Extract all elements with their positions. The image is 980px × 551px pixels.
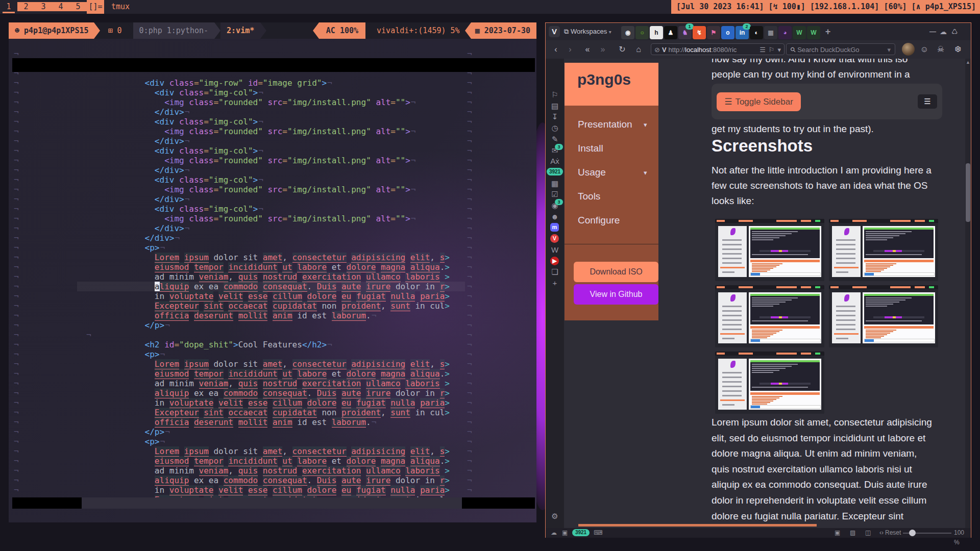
- screenshot-thumbnail-2[interactable]: [829, 219, 938, 281]
- profile-avatar[interactable]: [902, 43, 915, 56]
- images-toggle-icon[interactable]: ▨: [850, 528, 855, 538]
- search-engine-chevron-icon[interactable]: ▾: [887, 44, 891, 56]
- back-button[interactable]: ‹: [550, 40, 562, 59]
- reader-view-icon[interactable]: ☰: [760, 44, 766, 55]
- settings-gear-icon[interactable]: ⚙: [546, 512, 564, 521]
- capture-icon[interactable]: ▣: [835, 528, 840, 538]
- workspace-tab-3[interactable]: 3: [35, 0, 52, 14]
- new-tab-button[interactable]: +: [821, 25, 835, 38]
- workspace-tabs[interactable]: 2345: [17, 2, 87, 11]
- wikipedia-icon[interactable]: W: [546, 245, 564, 254]
- shield-blocked-icon[interactable]: ⊘: [654, 46, 660, 54]
- mail-check-icon[interactable]: ▣: [562, 528, 568, 538]
- bookmarks-icon[interactable]: ⚐: [546, 90, 564, 99]
- vim-code-line: officia deserunt mollit anim id est labo…: [86, 311, 376, 320]
- calendar-icon[interactable]: ▦: [546, 179, 564, 188]
- tmux-window-list[interactable]: 0:php 1:python-: [133, 22, 214, 39]
- redaction-bar-left: [12, 497, 82, 509]
- mail-count-badge[interactable]: 3921: [547, 168, 563, 176]
- mastodon-icon[interactable]: m: [550, 223, 559, 232]
- pinned-tab-strip[interactable]: ◉○h♟♞1↯⚑oin2◐▦◕WW+: [621, 25, 836, 38]
- search-field[interactable]: ⚲ Search DuckDuckGo ▾: [786, 43, 895, 55]
- toggle-sidebar-button[interactable]: ☰Toggle Sidebar: [717, 92, 801, 111]
- view-in-github-button[interactable]: View in Github: [574, 284, 658, 305]
- workspaces-button[interactable]: ⧉ Workspaces ▾: [564, 26, 611, 38]
- pinned-tab-chess-site-icon[interactable]: ♟: [664, 26, 677, 39]
- history-icon[interactable]: ◷: [546, 123, 564, 133]
- pinned-tab-hexagon-app-icon[interactable]: ○: [635, 26, 649, 39]
- pinned-tab-purple-circle-app-icon[interactable]: ◕: [778, 26, 792, 39]
- workspace-tab-1[interactable]: 1: [0, 0, 17, 14]
- tmux-host-segment: ☻ p4p1@p4p1XPS15: [9, 22, 94, 39]
- youtube-icon[interactable]: ▶: [550, 257, 559, 265]
- download-iso-button[interactable]: Download ISO: [574, 262, 658, 282]
- contacts-icon[interactable]: ☻: [546, 212, 564, 221]
- file-icon[interactable]: ❏: [546, 267, 564, 277]
- terminal-window[interactable]: ☻ p4p1@p4p1XPS15⊞ 00:php 1:python-2:vim*…: [9, 22, 536, 522]
- pinned-tab-pink-app-icon[interactable]: ⚑: [707, 26, 720, 39]
- pinned-tab-outlook-icon[interactable]: o: [721, 26, 734, 39]
- toggle-sidebar-panel: ☰Toggle Sidebar ☰: [712, 84, 942, 119]
- workspace-tab-4[interactable]: 4: [52, 0, 69, 14]
- sync-cloud-icon[interactable]: ☁: [551, 528, 557, 538]
- pinned-tab-bolt-app-icon[interactable]: ↯: [693, 26, 706, 39]
- screenshot-thumbnail-5[interactable]: [715, 352, 824, 414]
- pinned-tab-whatsapp-1-icon[interactable]: W: [793, 26, 806, 39]
- vim-code-line: Excepteur sint occaecat cupidatat non pr…: [86, 408, 450, 417]
- home-button[interactable]: ⌂: [632, 40, 645, 59]
- scrollbar-thumb[interactable]: [966, 163, 970, 222]
- sidebar-item-presentation[interactable]: Presentation: [578, 119, 632, 130]
- reload-button[interactable]: ↻: [616, 40, 628, 59]
- menu-button[interactable]: ☰: [918, 94, 937, 109]
- pinned-tab-purple-app-icon[interactable]: ♞1: [678, 26, 692, 39]
- address-bar[interactable]: ⊘Vhttp://localhost:8080/ric ▾ ⚐ ☰: [651, 43, 785, 55]
- pinned-tab-h-site-icon[interactable]: h: [650, 26, 663, 39]
- sidebar-item-install[interactable]: Install: [578, 143, 603, 154]
- tmux-current-window[interactable]: 2:vim*: [220, 22, 260, 39]
- sync-icon[interactable]: ☁: [940, 25, 947, 38]
- extensions-puzzle-icon[interactable]: ❆: [952, 40, 964, 59]
- vivaldi-side-panel[interactable]: ⚐▤↧◷✎✉3Aẋ3921▦☑◉3☻mVW▶❏+⚙: [546, 59, 564, 528]
- pinned-tab-github-icon[interactable]: ◉: [621, 26, 634, 39]
- pinned-tab-medium-icon[interactable]: ◐: [750, 26, 763, 39]
- notes-icon[interactable]: ✎: [546, 135, 564, 144]
- scrollbar-up-arrow[interactable]: ▲: [966, 60, 970, 65]
- downloads-icon[interactable]: ↧: [546, 112, 564, 121]
- feeds-icon[interactable]: ◉3: [546, 201, 564, 210]
- screenshot-thumbnail-3[interactable]: [715, 285, 824, 347]
- rewind-button[interactable]: «: [581, 40, 594, 59]
- zoom-slider-knob[interactable]: [909, 530, 916, 536]
- sidebar-item-tools[interactable]: Tools: [578, 191, 600, 202]
- tasks-icon[interactable]: ☑: [546, 190, 564, 199]
- tiling-icon[interactable]: ◫: [865, 528, 871, 538]
- window-minimize-button[interactable]: —: [929, 25, 936, 38]
- page-scrollbar[interactable]: ▲: [965, 59, 971, 528]
- pinned-tab-grid-app-icon[interactable]: ▦: [764, 26, 777, 39]
- fast-forward-button[interactable]: »: [597, 40, 609, 59]
- workspace-tab-5[interactable]: 5: [69, 0, 87, 14]
- vivaldi-panel-icon[interactable]: V: [550, 234, 559, 243]
- mail-icon[interactable]: ✉3: [546, 146, 564, 155]
- translate-icon[interactable]: Aẋ: [546, 157, 564, 165]
- adblock-skull-icon[interactable]: ☠: [935, 40, 947, 59]
- pinned-tab-linkedin-icon[interactable]: in2: [736, 26, 749, 39]
- trash-icon[interactable]: ♺: [951, 25, 958, 38]
- profile-face-icon[interactable]: ☺: [918, 40, 930, 59]
- workspace-tab-2[interactable]: 2: [17, 0, 35, 14]
- forward-button[interactable]: ›: [564, 40, 576, 59]
- pinned-tab-whatsapp-2-icon[interactable]: W: [807, 26, 820, 39]
- sidebar-item-usage[interactable]: Usage: [578, 167, 606, 178]
- screenshot-thumbnail-1[interactable]: [715, 219, 824, 281]
- reading-list-icon[interactable]: ▤: [546, 102, 564, 111]
- zoom-reset-label[interactable]: Reset: [885, 528, 901, 538]
- keyboard-icon[interactable]: ⌨: [594, 528, 602, 538]
- vivaldi-browser-window[interactable]: V ⧉ Workspaces ▾ ◉○h♟♞1↯⚑oin2◐▦◕WW+ ☁ ♺ …: [545, 22, 971, 538]
- vivaldi-logo-icon[interactable]: V: [549, 26, 560, 37]
- vim-editor[interactable]: ¬¬¬¬¬¬¬¬¬¬¬¬¬¬¬¬¬¬¬¬¬¬¬¬¬¬¬¬¬¬¬¬¬¬¬¬¬¬¬¬…: [9, 39, 536, 522]
- dropdown-chevron-icon[interactable]: ▾: [777, 44, 781, 55]
- bookmark-flag-icon[interactable]: ⚐: [769, 44, 775, 55]
- add-panel-icon[interactable]: +: [546, 279, 564, 287]
- sidebar-item-configure[interactable]: Configure: [578, 215, 620, 226]
- screenshot-thumbnail-4[interactable]: [829, 285, 938, 347]
- page-actions-icon[interactable]: ‹›: [879, 528, 884, 538]
